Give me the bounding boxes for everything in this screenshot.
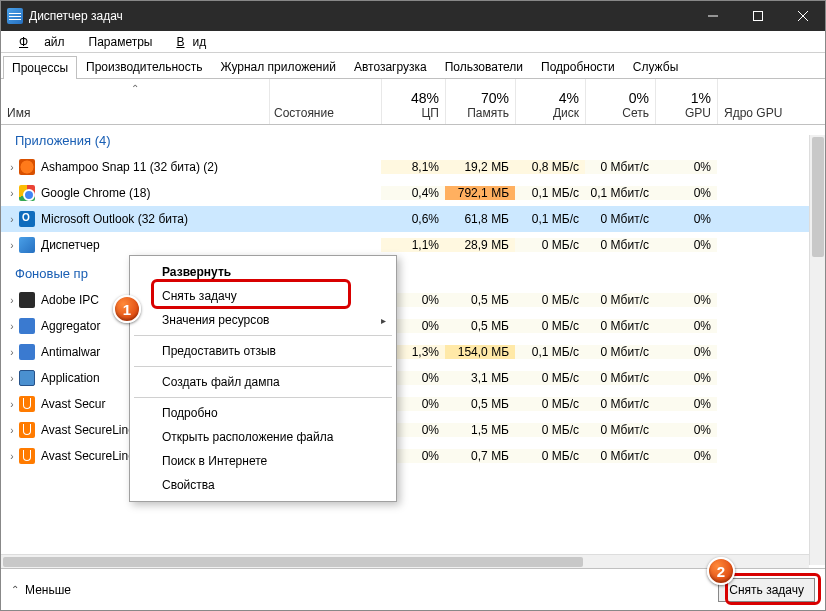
expand-icon[interactable]: › <box>1 295 17 306</box>
net-value: 0 Мбит/с <box>585 212 655 226</box>
menubar: Файл Параметры Вид <box>1 31 825 53</box>
col-cpu[interactable]: 48%ЦП <box>381 79 445 124</box>
tab-performance[interactable]: Производительность <box>77 55 211 78</box>
sort-indicator-icon: ⌃ <box>131 83 139 94</box>
chevron-up-icon: ⌃ <box>11 584 19 595</box>
scrollbar-vertical[interactable] <box>809 135 825 565</box>
col-memory[interactable]: 70%Память <box>445 79 515 124</box>
mem-value: 154,0 МБ <box>445 345 515 359</box>
fewer-details[interactable]: ⌃ Меньше <box>11 583 71 597</box>
chrome-icon <box>19 185 35 201</box>
close-button[interactable] <box>780 1 825 31</box>
tab-processes[interactable]: Процессы <box>3 56 77 79</box>
tab-users[interactable]: Пользователи <box>436 55 532 78</box>
maximize-button[interactable] <box>735 1 780 31</box>
taskmgr-icon <box>7 8 23 24</box>
section-apps[interactable]: Приложения (4) <box>1 125 825 154</box>
section-background[interactable]: Фоновые пр <box>1 258 825 287</box>
expand-icon[interactable]: › <box>1 399 17 410</box>
tab-history[interactable]: Журнал приложений <box>212 55 345 78</box>
tabstrip: Процессы Производительность Журнал прило… <box>1 53 825 79</box>
callout-2: 2 <box>707 557 735 585</box>
process-row[interactable]: ›Google Chrome (18)0,4%792,1 МБ0,1 МБ/с0… <box>1 180 825 206</box>
process-row[interactable]: ›Application0%3,1 МБ0 МБ/с0 Мбит/с0% <box>1 365 825 391</box>
expand-icon[interactable]: › <box>1 347 17 358</box>
net-value: 0 Мбит/с <box>585 397 655 411</box>
gpu-value: 0% <box>655 397 717 411</box>
cpu-value: 8,1% <box>381 160 445 174</box>
less-label: Меньше <box>25 583 71 597</box>
col-gpucore[interactable]: Ядро GPU <box>717 79 789 124</box>
cpu-value: 0,6% <box>381 212 445 226</box>
expand-icon[interactable]: › <box>1 451 17 462</box>
gpu-value: 0% <box>655 423 717 437</box>
scrollbar-horizontal[interactable] <box>1 554 809 568</box>
mem-value: 61,8 МБ <box>445 212 515 226</box>
adobe-icon <box>19 292 35 308</box>
menu-file[interactable]: Файл <box>3 33 81 51</box>
mem-value: 19,2 МБ <box>445 160 515 174</box>
expand-icon[interactable]: › <box>1 188 17 199</box>
disk-value: 0 МБ/с <box>515 449 585 463</box>
callout-1: 1 <box>113 295 141 323</box>
process-row[interactable]: ›Microsoft Outlook (32 бита)0,6%61,8 МБ0… <box>1 206 825 232</box>
ctx-dump[interactable]: Создать файл дампа <box>130 370 396 394</box>
col-name[interactable]: ⌃Имя <box>1 79 269 124</box>
disk-value: 0 МБ/с <box>515 423 585 437</box>
mem-value: 3,1 МБ <box>445 371 515 385</box>
process-row[interactable]: ›Avast SecureLine VPN0%0,7 МБ0 МБ/с0 Мби… <box>1 443 825 469</box>
gpu-value: 0% <box>655 160 717 174</box>
ctx-search[interactable]: Поиск в Интернете <box>130 449 396 473</box>
expand-icon[interactable]: › <box>1 214 17 225</box>
window-title: Диспетчер задач <box>29 9 123 23</box>
ctx-details[interactable]: Подробно <box>130 401 396 425</box>
menu-options[interactable]: Параметры <box>81 33 161 51</box>
expand-icon[interactable]: › <box>1 240 17 251</box>
avast-icon <box>19 448 35 464</box>
shield-icon <box>19 344 35 360</box>
mem-value: 28,9 МБ <box>445 238 515 252</box>
tab-services[interactable]: Службы <box>624 55 687 78</box>
gpu-value: 0% <box>655 449 717 463</box>
net-value: 0 Мбит/с <box>585 160 655 174</box>
scrollbar-thumb[interactable] <box>812 137 824 257</box>
process-row[interactable]: ›Avast SecureLine VPN0%1,5 МБ0 МБ/с0 Мби… <box>1 417 825 443</box>
ctx-feedback[interactable]: Предоставить отзыв <box>130 339 396 363</box>
col-gpu[interactable]: 1%GPU <box>655 79 717 124</box>
mem-value: 0,5 МБ <box>445 319 515 333</box>
menu-view[interactable]: Вид <box>160 33 214 51</box>
ctx-expand[interactable]: Развернуть <box>130 260 396 284</box>
separator <box>134 397 392 398</box>
ctx-properties[interactable]: Свойства <box>130 473 396 497</box>
col-network[interactable]: 0%Сеть <box>585 79 655 124</box>
disk-value: 0,1 МБ/с <box>515 212 585 226</box>
expand-icon[interactable]: › <box>1 321 17 332</box>
mem-value: 0,5 МБ <box>445 293 515 307</box>
process-row[interactable]: ›Диспетчер1,1%28,9 МБ0 МБ/с0 Мбит/с0% <box>1 232 825 258</box>
expand-icon[interactable]: › <box>1 373 17 384</box>
tm-icon <box>19 237 35 253</box>
process-row[interactable]: ›Ashampoo Snap 11 (32 бита) (2)8,1%19,2 … <box>1 154 825 180</box>
net-value: 0 Мбит/с <box>585 238 655 252</box>
gpu-value: 0% <box>655 319 717 333</box>
col-disk[interactable]: 4%Диск <box>515 79 585 124</box>
process-name: Google Chrome (18) <box>41 186 269 200</box>
gpu-value: 0% <box>655 186 717 200</box>
gpu-value: 0% <box>655 371 717 385</box>
process-row[interactable]: ›Avast Secur0%0,5 МБ0 МБ/с0 Мбит/с0% <box>1 391 825 417</box>
tab-details[interactable]: Подробности <box>532 55 624 78</box>
svc-icon <box>19 370 35 386</box>
scrollbar-thumb[interactable] <box>3 557 583 567</box>
tab-startup[interactable]: Автозагрузка <box>345 55 436 78</box>
col-state[interactable]: Состояние <box>269 79 381 124</box>
separator <box>134 335 392 336</box>
process-row[interactable]: ›Antimalwar1,3%154,0 МБ0,1 МБ/с0 Мбит/с0… <box>1 339 825 365</box>
minimize-button[interactable] <box>690 1 735 31</box>
ctx-resource-values[interactable]: Значения ресурсов▸ <box>130 308 396 332</box>
expand-icon[interactable]: › <box>1 425 17 436</box>
ctx-end-task[interactable]: Снять задачу <box>130 284 396 308</box>
expand-icon[interactable]: › <box>1 162 17 173</box>
end-task-button[interactable]: Снять задачу <box>718 578 815 602</box>
ctx-open-location[interactable]: Открыть расположение файла <box>130 425 396 449</box>
disk-value: 0 МБ/с <box>515 371 585 385</box>
